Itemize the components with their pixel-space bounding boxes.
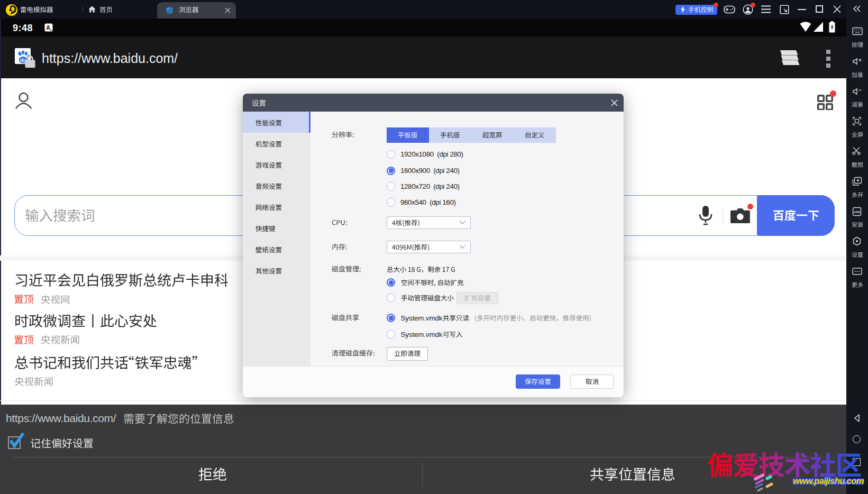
svg-text:A: A xyxy=(46,24,50,31)
svg-text:APK: APK xyxy=(853,209,861,213)
svg-text:www.paijishu.com: www.paijishu.com xyxy=(793,476,864,486)
